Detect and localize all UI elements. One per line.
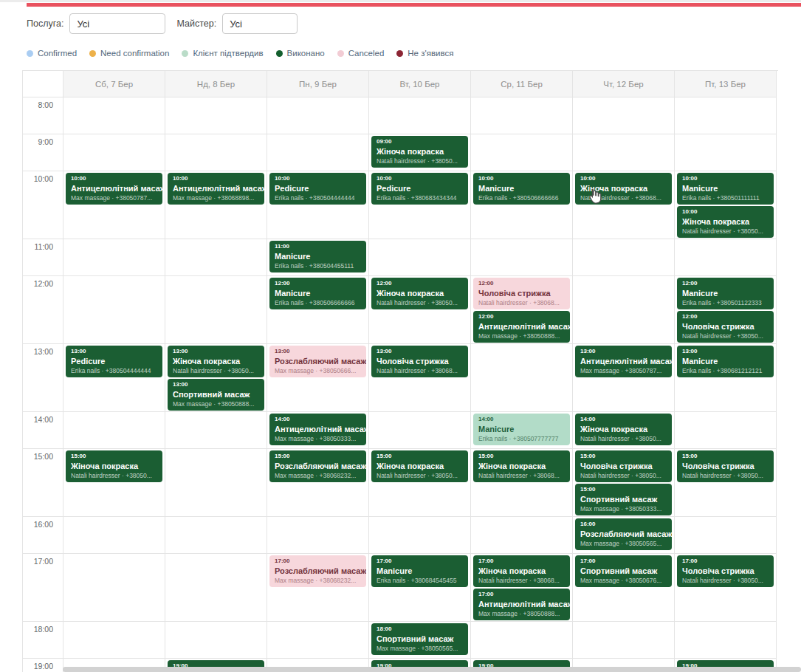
calendar-cell[interactable] [675,622,777,659]
event-block[interactable]: 14:00Жіноча покраскаNatali hairdresser ·… [575,414,672,445]
event-block[interactable]: 09:00Жіноча покраскаNatali hairdresser ·… [371,136,468,168]
event-block[interactable]: 17:00ManicureErika nails · +380684545455 [371,555,468,587]
event-block[interactable]: 14:00Антицелюлітний масажMax massage · +… [269,414,366,445]
event-block[interactable]: 10:00Жіноча покраскаNatali hairdresser ·… [677,206,774,238]
calendar-cell[interactable]: 13:00Чоловіча стрижкаNatali hairdresser … [369,344,471,412]
event-block[interactable]: 13:00PedicureErika nails · +380504444444 [66,346,162,377]
calendar-cell[interactable] [63,276,165,344]
calendar-cell[interactable] [675,517,777,554]
event-block[interactable]: 13:00Чоловіча стрижкаNatali hairdresser … [371,346,468,377]
calendar-cell[interactable] [267,517,369,554]
calendar-cell[interactable]: 18:00Спортивний масажMax massage · +3805… [369,622,471,659]
calendar-cell[interactable]: 17:00ManicureErika nails · +380684545455 [369,554,471,622]
calendar-cell[interactable] [165,134,267,171]
calendar-cell[interactable]: 10:00ManicureErika nails · +380506666666 [471,171,573,239]
calendar-cell[interactable]: 12:00Чоловіча стрижкаNatali hairdresser … [471,276,573,344]
event-block[interactable]: 13:00Антицелюлітний масажMax massage · +… [575,346,672,377]
calendar-cell[interactable] [165,554,267,622]
event-block[interactable]: 17:00Чоловіча стрижкаNatali hairdresser … [677,555,774,587]
calendar-cell[interactable]: 13:00Розслабляючий масажMax massage · +3… [267,344,369,412]
calendar-cell[interactable]: 13:00PedicureErika nails · +380504444444 [63,344,165,412]
calendar-cell[interactable]: 10:00ManicureErika nails · +380501111111… [675,171,777,239]
calendar-cell[interactable]: 16:00Розслабляючий масажMax massage · +3… [573,517,675,554]
event-block[interactable]: 15:00Чоловіча стрижкаNatali hairdresser … [677,450,774,482]
event-block[interactable]: 13:00Розслабляючий масажMax massage · +3… [269,346,366,377]
calendar-cell[interactable]: 10:00PedicureErika nails · +380504444444 [267,171,369,239]
calendar-cell[interactable] [165,449,267,517]
calendar-cell[interactable]: 17:00Спортивний масажMax massage · +3805… [573,554,675,622]
calendar-cell[interactable] [63,412,165,449]
calendar-cell[interactable] [675,97,777,134]
calendar-cell[interactable] [573,97,675,134]
calendar-cell[interactable] [471,239,573,276]
calendar-cell[interactable] [165,622,267,659]
event-block[interactable]: 12:00ManicureErika nails · +380501122333 [677,278,774,309]
calendar-cell[interactable]: 15:00Жіноча покраскаNatali hairdresser ·… [63,449,165,517]
event-block[interactable]: 15:00Жіноча покраскаNatali hairdresser ·… [473,450,570,482]
calendar-cell[interactable]: 14:00Антицелюлітний масажMax massage · +… [267,412,369,449]
event-block[interactable]: 12:00Чоловіча стрижкаNatali hairdresser … [473,278,570,309]
calendar-cell[interactable]: 14:00ManicureErika nails · +380507777777 [471,412,573,449]
event-block[interactable]: 15:00Чоловіча стрижкаNatali hairdresser … [575,450,672,482]
calendar-cell[interactable]: 17:00Чоловіча стрижкаNatali hairdresser … [675,554,777,622]
calendar-cell[interactable] [165,97,267,134]
calendar-cell[interactable]: 15:00Розслабляючий масажMax massage · +3… [267,449,369,517]
calendar-cell[interactable] [63,517,165,554]
calendar-cell[interactable] [471,97,573,134]
event-block[interactable]: 10:00Жіноча покраскаNatali hairdresser ·… [575,173,672,205]
calendar-cell[interactable] [63,239,165,276]
calendar-cell[interactable] [573,622,675,659]
calendar-cell[interactable] [471,344,573,412]
calendar-cell[interactable] [267,622,369,659]
horizontal-scrollbar[interactable] [63,667,801,672]
event-block[interactable]: 10:00ManicureErika nails · +380506666666 [473,173,570,205]
calendar-cell[interactable]: 13:00Жіноча покраскаNatali hairdresser ·… [165,344,267,412]
calendar-cell[interactable]: 15:00Чоловіча стрижкаNatali hairdresser … [675,449,777,517]
event-block[interactable]: 13:00Жіноча покраскаNatali hairdresser ·… [168,346,264,377]
calendar-cell[interactable]: 12:00ManicureErika nails · +380506666666 [267,276,369,344]
event-block[interactable]: 10:00ManicureErika nails · +380501111111 [677,173,774,205]
event-block[interactable]: 10:00PedicureErika nails · +380504444444 [269,173,366,205]
calendar-cell[interactable] [63,134,165,171]
calendar-cell[interactable] [63,97,165,134]
calendar-cell[interactable]: 11:00ManicureErika nails · +380504455111 [267,239,369,276]
calendar-cell[interactable]: 10:00Антицелюлітний масажMax massage · +… [63,171,165,239]
calendar-cell[interactable] [165,276,267,344]
event-block[interactable]: 13:00ManicureErika nails · +380681212121 [677,346,774,377]
service-filter-input[interactable] [69,13,165,34]
event-block[interactable]: 15:00Жіноча покраскаNatali hairdresser ·… [371,450,468,482]
calendar-cell[interactable] [471,517,573,554]
calendar-cell[interactable]: 10:00PedicureErika nails · +380683434344 [369,171,471,239]
event-block[interactable]: 16:00Розслабляючий масажMax massage · +3… [575,518,672,550]
event-block[interactable]: 15:00Жіноча покраскаNatali hairdresser ·… [66,450,162,482]
event-block[interactable]: 17:00Розслабляючий масажMax massage · +3… [269,555,366,587]
calendar-cell[interactable]: 12:00ManicureErika nails · +380501122333… [675,276,777,344]
event-block[interactable]: 12:00Чоловіча стрижкаNatali hairdresser … [677,311,774,343]
calendar-cell[interactable]: 09:00Жіноча покраскаNatali hairdresser ·… [369,134,471,171]
event-block[interactable]: 12:00Антицелюлітний масажMax massage · +… [473,311,570,343]
calendar-cell[interactable]: 15:00Жіноча покраскаNatali hairdresser ·… [471,449,573,517]
event-block[interactable]: 15:00Спортивний масажMax massage · +3805… [575,484,672,515]
calendar-cell[interactable]: 17:00Розслабляючий масажMax massage · +3… [267,554,369,622]
calendar-cell[interactable]: 10:00Жіноча покраскаNatali hairdresser ·… [573,171,675,239]
calendar-cell[interactable]: 12:00Жіноча покраскаNatali hairdresser ·… [369,276,471,344]
event-block[interactable]: 18:00Спортивний масажMax massage · +3805… [371,623,468,655]
event-block[interactable]: 10:00PedicureErika nails · +380683434344 [371,173,468,205]
calendar-cell[interactable] [573,239,675,276]
calendar-cell[interactable] [267,97,369,134]
calendar-cell[interactable]: 17:00Жіноча покраскаNatali hairdresser ·… [471,554,573,622]
event-block[interactable]: 12:00Жіноча покраскаNatali hairdresser ·… [371,278,468,309]
calendar-cell[interactable] [165,239,267,276]
event-block[interactable]: 12:00ManicureErika nails · +380506666666 [269,278,366,309]
event-block[interactable]: 10:00Антицелюлітний масажMax massage · +… [66,173,162,205]
calendar-cell[interactable]: 14:00Жіноча покраскаNatali hairdresser ·… [573,412,675,449]
calendar-cell[interactable] [471,622,573,659]
calendar-cell[interactable]: 15:00Чоловіча стрижкаNatali hairdresser … [573,449,675,517]
calendar-cell[interactable] [369,412,471,449]
event-block[interactable]: 17:00Спортивний масажMax massage · +3805… [575,555,672,587]
calendar-cell[interactable]: 13:00ManicureErika nails · +380681212121 [675,344,777,412]
calendar-cell[interactable]: 15:00Жіноча покраскаNatali hairdresser ·… [369,449,471,517]
event-block[interactable]: 13:00Спортивний масажMax massage · +3805… [168,379,264,411]
calendar-cell[interactable] [267,134,369,171]
calendar-cell[interactable] [369,97,471,134]
